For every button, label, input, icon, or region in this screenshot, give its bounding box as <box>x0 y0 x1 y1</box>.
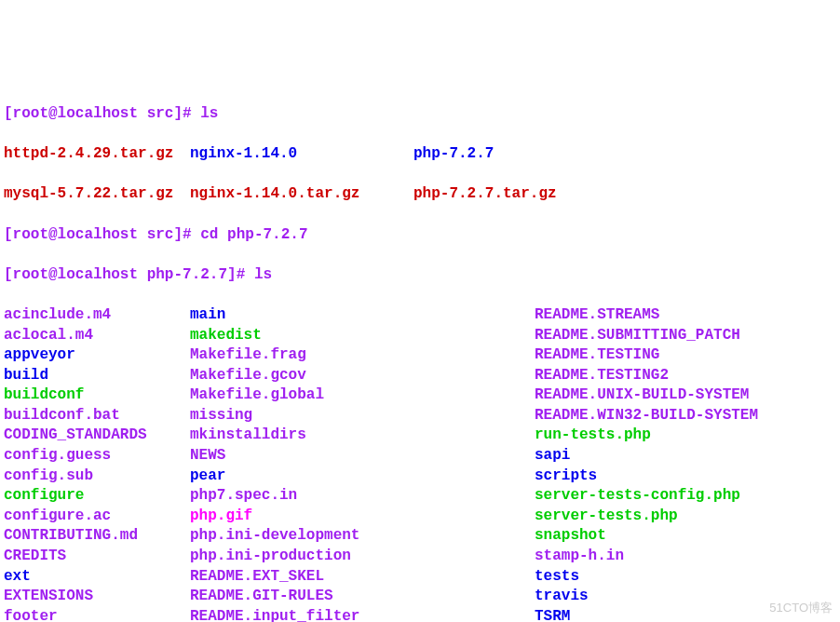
list-item: README.TESTING2 <box>535 367 669 384</box>
list-item: NEWS <box>190 447 225 464</box>
list-row: config.guessNEWSsapi <box>4 446 836 466</box>
ls-row-2: mysql-5.7.22.tar.gznginx-1.14.0.tar.gzph… <box>4 184 836 205</box>
list-row: configure.acphp.gifserver-tests.php <box>4 507 836 527</box>
prompt-bracket-close: ]# <box>173 226 200 243</box>
list-row: CREDITSphp.ini-productionstamp-h.in <box>4 547 836 567</box>
list-row: extREADME.EXT_SKELtests <box>4 567 836 588</box>
prompt-line-2: [root@localhost src]# cd php-7.2.7 <box>4 225 836 246</box>
list-row: buildconfMakefile.globalREADME.UNIX-BUIL… <box>4 385 836 406</box>
list-item: build <box>4 367 48 384</box>
list-row: config.subpearscripts <box>4 466 836 487</box>
list-row: CODING_STANDARDSmkinstalldirsrun-tests.p… <box>4 426 836 446</box>
list-item: makedist <box>190 327 262 344</box>
list-item: run-tests.php <box>535 426 651 443</box>
directory-listing: acinclude.m4mainREADME.STREAMSaclocal.m4… <box>4 305 836 622</box>
list-item: EXTENSIONS <box>4 588 93 604</box>
list-item: main <box>190 306 225 323</box>
prompt-bracket-close: ]# <box>173 105 200 122</box>
file-httpd-tar: httpd-2.4.29.tar.gz <box>4 145 173 162</box>
list-item: configure.ac <box>4 507 111 524</box>
list-item: README.GIT-RULES <box>190 588 333 604</box>
list-item: README.SUBMITTING_PATCH <box>535 327 740 344</box>
list-item: config.sub <box>4 467 93 484</box>
list-item: CONTRIBUTING.md <box>4 527 138 544</box>
list-item: config.guess <box>4 447 111 464</box>
list-row: CONTRIBUTING.mdphp.ini-developmentsnapsh… <box>4 526 836 547</box>
watermark-text: 51CTO博客 <box>769 600 833 616</box>
list-item: TSRM <box>535 608 570 622</box>
prompt-bracket-close: ]# <box>227 266 254 283</box>
list-item: missing <box>190 407 252 424</box>
list-row: buildMakefile.gcovREADME.TESTING2 <box>4 366 836 386</box>
list-item: README.WIN32-BUILD-SYSTEM <box>535 407 758 424</box>
list-row: acinclude.m4mainREADME.STREAMS <box>4 305 836 326</box>
list-item: configure <box>4 487 84 504</box>
list-item: appveyor <box>4 346 75 363</box>
prompt-dir: src <box>147 105 174 122</box>
list-item: ext <box>4 568 31 585</box>
file-php-tar: php-7.2.7.tar.gz <box>413 185 557 202</box>
prompt-bracket-open: [ <box>4 105 13 122</box>
list-item: buildconf <box>4 386 84 403</box>
list-item: php7.spec.in <box>190 487 297 504</box>
list-item: snapshot <box>535 527 606 544</box>
list-item: sapi <box>535 447 570 464</box>
list-row: configurephp7.spec.inserver-tests-config… <box>4 486 836 507</box>
prompt-bracket-open: [ <box>4 266 13 283</box>
list-item: pear <box>190 467 225 484</box>
ls-row-1: httpd-2.4.29.tar.gznginx-1.14.0php-7.2.7 <box>4 144 836 165</box>
prompt-bracket-open: [ <box>4 226 13 243</box>
list-item: aclocal.m4 <box>4 327 93 344</box>
prompt-user-host: root@localhost <box>13 105 138 122</box>
list-item: README.input_filter <box>190 608 359 622</box>
prompt-user-host: root@localhost <box>13 266 138 283</box>
prompt-user-host: root@localhost <box>13 226 138 243</box>
list-row: appveyorMakefile.fragREADME.TESTING <box>4 345 836 366</box>
list-item: tests <box>535 568 579 585</box>
list-item: scripts <box>535 467 597 484</box>
file-mysql-tar: mysql-5.7.22.tar.gz <box>4 185 173 202</box>
command-cd: cd php-7.2.7 <box>200 226 307 243</box>
list-item: php.gif <box>190 507 252 524</box>
file-nginx-tar: nginx-1.14.0.tar.gz <box>190 185 359 202</box>
prompt-line-1: [root@localhost src]# ls <box>4 104 836 125</box>
list-row: aclocal.m4makedistREADME.SUBMITTING_PATC… <box>4 326 836 346</box>
list-item: acinclude.m4 <box>4 306 111 323</box>
list-item: server-tests-config.php <box>535 487 740 504</box>
list-item: server-tests.php <box>535 507 678 524</box>
list-item: footer <box>4 608 58 622</box>
list-item: CODING_STANDARDS <box>4 426 147 443</box>
list-item: php.ini-development <box>190 527 359 544</box>
command-ls: ls <box>200 105 218 122</box>
list-row: buildconf.batmissingREADME.WIN32-BUILD-S… <box>4 406 836 426</box>
list-item: CREDITS <box>4 548 66 564</box>
list-row: footerREADME.input_filterTSRM <box>4 607 836 622</box>
list-item: Makefile.frag <box>190 346 306 363</box>
list-item: Makefile.gcov <box>190 367 306 384</box>
dir-php: php-7.2.7 <box>413 145 494 162</box>
list-item: README.STREAMS <box>535 306 659 323</box>
terminal-output: [root@localhost src]# ls httpd-2.4.29.ta… <box>4 84 836 622</box>
prompt-dir: php-7.2.7 <box>147 266 227 283</box>
list-item: buildconf.bat <box>4 407 120 424</box>
prompt-dir: src <box>147 226 174 243</box>
prompt-line-3: [root@localhost php-7.2.7]# ls <box>4 265 836 286</box>
list-item: README.EXT_SKEL <box>190 568 324 585</box>
command-ls: ls <box>254 266 272 283</box>
list-item: stamp-h.in <box>535 548 624 564</box>
list-row: EXTENSIONSREADME.GIT-RULEStravis <box>4 587 836 607</box>
list-item: travis <box>535 588 589 604</box>
list-item: README.TESTING <box>535 346 659 363</box>
list-item: mkinstalldirs <box>190 426 306 443</box>
list-item: php.ini-production <box>190 548 351 564</box>
dir-nginx: nginx-1.14.0 <box>190 145 297 162</box>
list-item: README.UNIX-BUILD-SYSTEM <box>535 386 749 403</box>
list-item: Makefile.global <box>190 386 324 403</box>
